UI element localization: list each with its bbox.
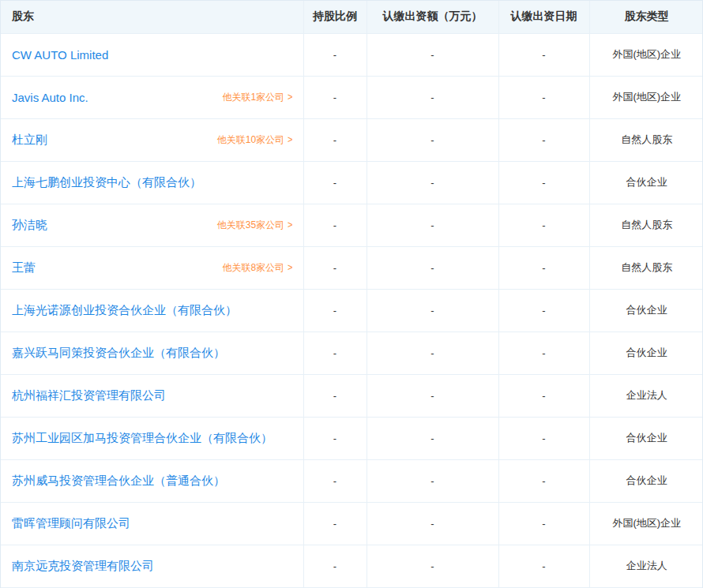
column-header-amount: 认缴出资额（万元） (367, 1, 498, 33)
shareholder-link[interactable]: 上海光诺源创业投资合伙企业（有限合伙） (12, 303, 237, 318)
date-value: - (498, 417, 589, 459)
related-companies-label: 他关联1家公司 (222, 92, 284, 103)
shareholder-type: 外国(地区)企业 (589, 33, 703, 76)
ratio-value: - (303, 417, 367, 459)
shareholder-cell: 王蕾他关联8家公司> (1, 246, 303, 289)
shareholder-cell: 南京远克投资管理有限公司 (1, 545, 303, 587)
ratio-value: - (303, 374, 367, 417)
shareholder-cell: 杜立刚他关联10家公司> (1, 118, 303, 161)
table-header: 股东 持股比例 认缴出资额（万元） 认缴出资日期 股东类型 (1, 1, 703, 33)
ratio-value: - (303, 502, 367, 545)
shareholder-link[interactable]: 苏州威马投资管理合伙企业（普通合伙） (12, 474, 225, 489)
shareholder-link[interactable]: CW AUTO Limited (12, 48, 108, 62)
shareholder-link[interactable]: 杜立刚 (12, 133, 47, 148)
shareholder-type: 合伙企业 (589, 417, 703, 459)
ratio-value: - (303, 331, 367, 374)
ratio-value: - (303, 246, 367, 289)
chevron-right-icon: > (288, 92, 292, 102)
shareholder-cell-content: 苏州威马投资管理合伙企业（普通合伙） (12, 474, 293, 489)
shareholder-link[interactable]: 上海七鹏创业投资中心（有限合伙） (12, 175, 201, 190)
shareholder-link[interactable]: 苏州工业园区加马投资管理合伙企业（有限合伙） (12, 431, 273, 446)
related-companies-link[interactable]: 他关联35家公司> (217, 219, 293, 232)
shareholder-link[interactable]: 嘉兴跃马同策投资合伙企业（有限合伙） (12, 346, 225, 361)
shareholder-type: 外国(地区)企业 (589, 502, 703, 545)
column-header-type: 股东类型 (589, 1, 703, 33)
table-row: 杜立刚他关联10家公司>---自然人股东 (1, 118, 703, 161)
table-row: CW AUTO Limited---外国(地区)企业 (1, 33, 703, 76)
related-companies-label: 他关联35家公司 (217, 219, 284, 230)
shareholder-cell: 嘉兴跃马同策投资合伙企业（有限合伙） (1, 331, 303, 374)
date-value: - (498, 118, 589, 161)
related-companies-label: 他关联10家公司 (217, 134, 284, 145)
shareholder-cell-content: 嘉兴跃马同策投资合伙企业（有限合伙） (12, 346, 293, 361)
shareholders-panel: 股东 持股比例 认缴出资额（万元） 认缴出资日期 股东类型 CW AUTO Li… (0, 0, 703, 588)
related-companies-link[interactable]: 他关联1家公司> (222, 91, 292, 104)
related-companies-link[interactable]: 他关联8家公司> (222, 261, 292, 275)
date-value: - (498, 374, 589, 417)
shareholder-cell-content: 王蕾他关联8家公司> (12, 260, 293, 275)
shareholder-type: 合伙企业 (589, 459, 703, 502)
shareholder-cell-content: 苏州工业园区加马投资管理合伙企业（有限合伙） (12, 431, 293, 446)
date-value: - (498, 459, 589, 502)
shareholder-cell: CW AUTO Limited (1, 33, 303, 76)
table-row: 杭州福祥汇投资管理有限公司---企业法人 (1, 374, 703, 417)
amount-value: - (367, 289, 498, 331)
shareholder-type: 外国(地区)企业 (589, 76, 703, 118)
column-header-shareholder: 股东 (1, 1, 303, 33)
ratio-value: - (303, 33, 367, 76)
chevron-right-icon: > (288, 262, 292, 272)
shareholder-cell-content: 杜立刚他关联10家公司> (12, 133, 293, 148)
amount-value: - (367, 33, 498, 76)
chevron-right-icon: > (288, 219, 292, 230)
amount-value: - (367, 161, 498, 204)
shareholder-cell: 苏州威马投资管理合伙企业（普通合伙） (1, 459, 303, 502)
date-value: - (498, 331, 589, 374)
shareholder-type: 自然人股东 (589, 204, 703, 246)
shareholder-cell: 雷晖管理顾问有限公司 (1, 502, 303, 545)
shareholder-cell: 孙洁晓他关联35家公司> (1, 204, 303, 246)
date-value: - (498, 76, 589, 118)
date-value: - (498, 161, 589, 204)
column-header-date: 认缴出资日期 (498, 1, 589, 33)
shareholder-link[interactable]: 孙洁晓 (12, 218, 47, 233)
ratio-value: - (303, 118, 367, 161)
amount-value: - (367, 76, 498, 118)
shareholder-link[interactable]: Javis Auto Inc. (12, 91, 88, 104)
ratio-value: - (303, 459, 367, 502)
shareholder-cell-content: Javis Auto Inc.他关联1家公司> (12, 91, 293, 104)
table-row: 上海七鹏创业投资中心（有限合伙）---合伙企业 (1, 161, 703, 204)
table-row: 孙洁晓他关联35家公司>---自然人股东 (1, 204, 703, 246)
date-value: - (498, 289, 589, 331)
date-value: - (498, 33, 589, 76)
column-header-ratio: 持股比例 (303, 1, 367, 33)
date-value: - (498, 204, 589, 246)
ratio-value: - (303, 545, 367, 587)
table-row: 雷晖管理顾问有限公司---外国(地区)企业 (1, 502, 703, 545)
shareholder-cell-content: 孙洁晓他关联35家公司> (12, 218, 293, 233)
shareholder-type: 企业法人 (589, 545, 703, 587)
table-row: 上海光诺源创业投资合伙企业（有限合伙）---合伙企业 (1, 289, 703, 331)
shareholder-cell-content: 南京远克投资管理有限公司 (12, 559, 293, 574)
shareholder-cell-content: 上海光诺源创业投资合伙企业（有限合伙） (12, 303, 293, 318)
shareholder-type: 合伙企业 (589, 331, 703, 374)
shareholder-cell-content: CW AUTO Limited (12, 48, 293, 62)
shareholder-link[interactable]: 王蕾 (12, 260, 36, 275)
ratio-value: - (303, 76, 367, 118)
shareholder-cell: 上海七鹏创业投资中心（有限合伙） (1, 161, 303, 204)
chevron-right-icon: > (288, 134, 292, 144)
table-row: 王蕾他关联8家公司>---自然人股东 (1, 246, 703, 289)
amount-value: - (367, 374, 498, 417)
amount-value: - (367, 417, 498, 459)
related-companies-label: 他关联8家公司 (222, 262, 284, 273)
shareholder-type: 自然人股东 (589, 246, 703, 289)
date-value: - (498, 545, 589, 587)
table-row: 苏州威马投资管理合伙企业（普通合伙）---合伙企业 (1, 459, 703, 502)
shareholder-link[interactable]: 雷晖管理顾问有限公司 (12, 516, 130, 531)
related-companies-link[interactable]: 他关联10家公司> (217, 133, 293, 147)
date-value: - (498, 502, 589, 545)
shareholder-link[interactable]: 杭州福祥汇投资管理有限公司 (12, 388, 166, 403)
shareholder-link[interactable]: 南京远克投资管理有限公司 (12, 559, 154, 574)
table-row: 嘉兴跃马同策投资合伙企业（有限合伙）---合伙企业 (1, 331, 703, 374)
table-row: 南京远克投资管理有限公司---企业法人 (1, 545, 703, 587)
shareholder-cell: 上海光诺源创业投资合伙企业（有限合伙） (1, 289, 303, 331)
